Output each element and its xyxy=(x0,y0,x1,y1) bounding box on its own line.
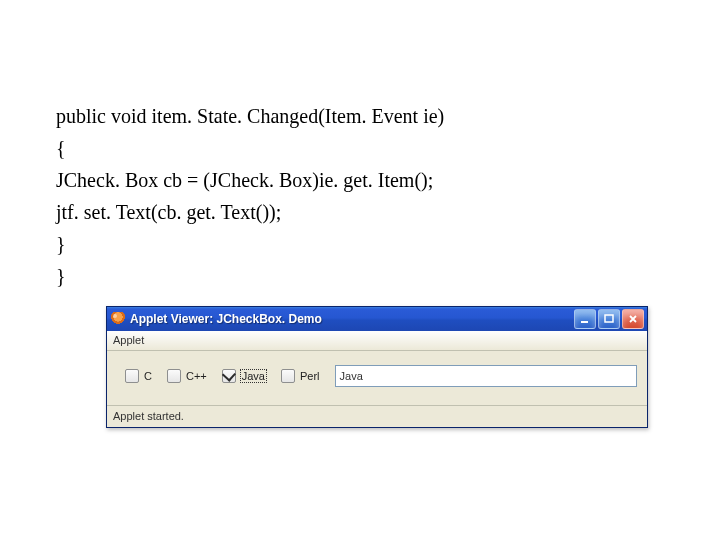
applet-viewer-window: Applet Viewer: JCheckBox. Demo Applet C xyxy=(106,306,648,428)
checkbox-c[interactable]: C xyxy=(125,369,153,383)
window-title: Applet Viewer: JCheckBox. Demo xyxy=(130,312,574,326)
checkbox-label: C xyxy=(143,370,153,382)
text-field-value: Java xyxy=(340,370,363,382)
svg-rect-0 xyxy=(581,321,588,323)
checkbox-java[interactable]: Java xyxy=(222,369,267,383)
text-field[interactable]: Java xyxy=(335,365,637,387)
checkbox-label: Java xyxy=(240,369,267,383)
svg-rect-1 xyxy=(605,315,613,322)
checkbox-box-checked-icon xyxy=(222,369,236,383)
applet-body: C C++ Java Perl Java xyxy=(107,351,647,405)
close-button[interactable] xyxy=(622,309,644,329)
code-line: jtf. set. Text(cb. get. Text()); xyxy=(56,196,664,228)
checkbox-cpp[interactable]: C++ xyxy=(167,369,208,383)
code-line: JCheck. Box cb = (JCheck. Box)ie. get. I… xyxy=(56,164,664,196)
checkbox-box-icon xyxy=(125,369,139,383)
minimize-icon xyxy=(580,314,590,324)
window-buttons xyxy=(574,309,644,329)
titlebar[interactable]: Applet Viewer: JCheckBox. Demo xyxy=(107,307,647,331)
maximize-button[interactable] xyxy=(598,309,620,329)
java-icon xyxy=(111,312,125,326)
checkbox-label: C++ xyxy=(185,370,208,382)
maximize-icon xyxy=(604,314,614,324)
code-line: public void item. State. Changed(Item. E… xyxy=(56,100,664,132)
code-line: { xyxy=(56,132,664,164)
close-icon xyxy=(628,314,638,324)
checkbox-box-icon xyxy=(167,369,181,383)
code-line: } xyxy=(56,228,664,260)
code-block: public void item. State. Changed(Item. E… xyxy=(56,100,664,292)
applet-menu-label[interactable]: Applet xyxy=(107,331,647,351)
checkbox-perl[interactable]: Perl xyxy=(281,369,321,383)
status-bar: Applet started. xyxy=(107,405,647,427)
checkbox-box-icon xyxy=(281,369,295,383)
code-line: } xyxy=(56,260,664,292)
minimize-button[interactable] xyxy=(574,309,596,329)
checkbox-label: Perl xyxy=(299,370,321,382)
